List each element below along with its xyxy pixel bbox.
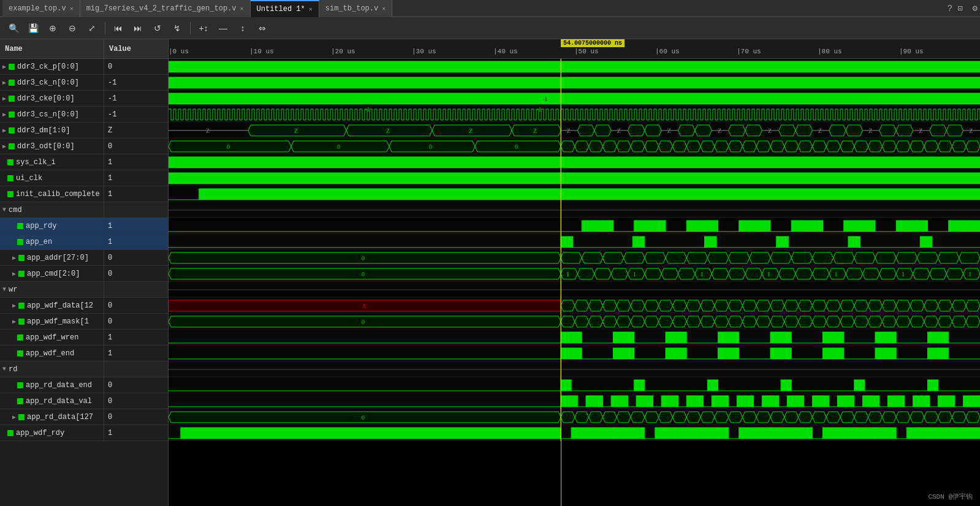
expand-icon-wr[interactable]: ▼ xyxy=(2,286,6,293)
zoom-in-btn[interactable]: ⊕ xyxy=(44,20,61,36)
signal-row-rd[interactable]: ▼rd xyxy=(0,361,168,377)
signal-color-ddr3_ck_n xyxy=(9,80,15,86)
tab-close-example[interactable]: ✕ xyxy=(70,5,74,12)
last-edge-btn[interactable]: ↯ xyxy=(169,20,186,36)
signal-name-ddr3_ck_p: ▶ddr3_ck_p[0:0] xyxy=(0,59,104,74)
tab-mig[interactable]: mig_7series_v4_2_traffic_gen_top.v ✕ xyxy=(80,0,251,17)
signal-row-ddr3_odt[interactable]: ▶ddr3_odt[0:0]0 xyxy=(0,138,168,154)
signal-value-app_en: 1 xyxy=(104,234,168,249)
waveform-area[interactable]: 54.0075000000 ns |0 us|10 us|20 us|30 us… xyxy=(169,39,980,506)
tab-close-sim[interactable]: ✕ xyxy=(382,5,386,12)
time-label-3: |30 us xyxy=(412,48,436,55)
signal-row-wr[interactable]: ▼wr xyxy=(0,282,168,298)
signal-row-app_wdf_data[interactable]: ▶app_wdf_data[120 xyxy=(0,298,168,314)
expand-icon-ddr3_dm[interactable]: ▶ xyxy=(2,127,6,134)
zoom-out-btn[interactable]: ⊖ xyxy=(64,20,81,36)
signal-row-sys_clk_i[interactable]: sys_clk_i1 xyxy=(0,154,168,170)
expand-icon-ddr3_odt[interactable]: ▶ xyxy=(2,143,6,150)
signal-row-init_calib_complete[interactable]: init_calib_complete1 xyxy=(0,186,168,202)
signal-row-ui_clk[interactable]: ui_clk1 xyxy=(0,170,168,186)
signal-color-ddr3_cke xyxy=(9,96,15,102)
signal-row-app_wdf_end[interactable]: app_wdf_end1 xyxy=(0,346,168,361)
fit-btn[interactable]: ⤢ xyxy=(83,20,101,36)
save-btn[interactable]: 💾 xyxy=(25,20,42,36)
first-cursor-btn[interactable]: ⏭ xyxy=(129,20,146,36)
expand-icon-app_rd_data[interactable]: ▶ xyxy=(12,413,16,421)
signal-name-app_wdf_data: ▶app_wdf_data[12 xyxy=(0,298,104,313)
watermark: CSDN @伊宇钩 xyxy=(928,492,973,501)
expand-icon-ddr3_ck_n[interactable]: ▶ xyxy=(2,79,6,86)
signal-row-ddr3_cs_n[interactable]: ▶ddr3_cs_n[0:0]-1 xyxy=(0,107,168,123)
add-wave-btn[interactable]: +↕ xyxy=(195,20,212,36)
signal-value-wr xyxy=(104,282,168,297)
next-edge-btn[interactable]: ↺ xyxy=(149,20,166,36)
expand-icon-rd[interactable]: ▼ xyxy=(2,366,6,372)
expand-icon-app_wdf_data[interactable]: ▶ xyxy=(12,302,16,309)
signal-row-app_rd_data_end[interactable]: app_rd_data_end0 xyxy=(0,377,168,393)
waveform-display[interactable] xyxy=(169,59,980,506)
expand-icon-app_addr[interactable]: ▶ xyxy=(12,254,16,262)
signal-row-ddr3_cke[interactable]: ▶ddr3_cke[0:0]-1 xyxy=(0,91,168,107)
tab-example[interactable]: example_top.v ✕ xyxy=(2,0,80,17)
tab-untitled[interactable]: Untitled 1* ✕ xyxy=(251,0,319,17)
signal-row-app_rdy[interactable]: app_rdy1 xyxy=(0,218,168,234)
signal-color-ui_clk xyxy=(7,175,13,181)
signal-row-ddr3_ck_n[interactable]: ▶ddr3_ck_n[0:0]-1 xyxy=(0,75,168,91)
signal-row-app_cmd[interactable]: ▶app_cmd[2:0]0 xyxy=(0,266,168,282)
signal-value-ddr3_ck_n: -1 xyxy=(104,75,168,90)
signal-color-app_wdf_end xyxy=(17,350,23,357)
expand-icon-app_cmd[interactable]: ▶ xyxy=(12,270,16,278)
add-divider-btn[interactable]: — xyxy=(215,20,232,36)
cursor-line xyxy=(561,59,561,506)
signal-row-ddr3_dm[interactable]: ▶ddr3_dm[1:0]Z xyxy=(0,123,168,138)
time-label-6: |60 us xyxy=(655,48,680,55)
signal-name-app_wdf_mask: ▶app_wdf_mask[1 xyxy=(0,314,104,329)
main-layout: Name Value ▶ddr3_ck_p[0:0]0▶ddr3_ck_n[0:… xyxy=(0,39,980,506)
signal-row-app_wdf_mask[interactable]: ▶app_wdf_mask[10 xyxy=(0,314,168,330)
signal-header: Name Value xyxy=(0,39,168,59)
signal-name-ddr3_ck_n: ▶ddr3_ck_n[0:0] xyxy=(0,75,104,90)
expand-icon-ddr3_ck_p[interactable]: ▶ xyxy=(2,63,6,70)
time-label-0: |0 us xyxy=(169,48,189,55)
minimize-icon[interactable]: ⊡ xyxy=(957,3,962,13)
signal-row-app_rd_data_val[interactable]: app_rd_data_val0 xyxy=(0,393,168,409)
signal-value-app_wdf_rdy: 1 xyxy=(104,425,168,440)
waveform-canvas[interactable] xyxy=(169,59,980,441)
prev-edge-btn[interactable]: ⏮ xyxy=(110,20,127,36)
signal-name-app_rd_data_val: app_rd_data_val xyxy=(0,393,104,409)
signal-row-app_en[interactable]: app_en1 xyxy=(0,234,168,250)
signal-value-app_rd_data_end: 0 xyxy=(104,377,168,393)
signal-row-app_wdf_wren[interactable]: app_wdf_wren1 xyxy=(0,330,168,346)
value-column-header: Value xyxy=(104,39,168,58)
signal-row-ddr3_ck_p[interactable]: ▶ddr3_ck_p[0:0]0 xyxy=(0,59,168,75)
signal-row-cmd[interactable]: ▼cmd xyxy=(0,202,168,218)
signal-value-cmd xyxy=(104,202,168,217)
signal-value-sys_clk_i: 1 xyxy=(104,154,168,170)
signal-row-app_addr[interactable]: ▶app_addr[27:0]0 xyxy=(0,250,168,266)
time-format-btn[interactable]: ⇔ xyxy=(254,20,271,36)
tab-sim[interactable]: sim_tb_top.v ✕ xyxy=(319,0,392,17)
time-label-5: |50 us xyxy=(574,48,599,55)
wave-height-btn[interactable]: ↕ xyxy=(234,20,251,36)
signal-name-app_rd_data: ▶app_rd_data[127 xyxy=(0,409,104,425)
expand-icon-ddr3_cs_n[interactable]: ▶ xyxy=(2,111,6,118)
help-icon[interactable]: ? xyxy=(948,4,952,13)
signal-color-app_rd_data xyxy=(18,414,25,420)
settings-icon[interactable]: ⚙ xyxy=(973,3,978,13)
signal-name-ui_clk: ui_clk xyxy=(0,170,104,186)
signal-row-app_rd_data[interactable]: ▶app_rd_data[1270 xyxy=(0,409,168,425)
time-label-2: |20 us xyxy=(331,48,355,55)
expand-icon-app_wdf_mask[interactable]: ▶ xyxy=(12,318,16,325)
signal-name-app_rdy: app_rdy xyxy=(0,218,104,233)
signal-list[interactable]: ▶ddr3_ck_p[0:0]0▶ddr3_ck_n[0:0]-1▶ddr3_c… xyxy=(0,59,168,506)
zoom-fit-btn[interactable]: 🔍 xyxy=(5,20,22,36)
expand-icon-cmd[interactable]: ▼ xyxy=(2,206,6,213)
signal-value-app_wdf_wren: 1 xyxy=(104,330,168,345)
tab-close-mig[interactable]: ✕ xyxy=(240,5,244,12)
tab-close-untitled[interactable]: ✕ xyxy=(309,6,313,13)
signal-name-wr: ▼wr xyxy=(0,282,104,297)
expand-icon-ddr3_cke[interactable]: ▶ xyxy=(2,95,6,102)
signal-value-app_wdf_mask: 0 xyxy=(104,314,168,329)
sep2 xyxy=(190,22,191,34)
signal-row-app_wdf_rdy[interactable]: app_wdf_rdy1 xyxy=(0,425,168,441)
